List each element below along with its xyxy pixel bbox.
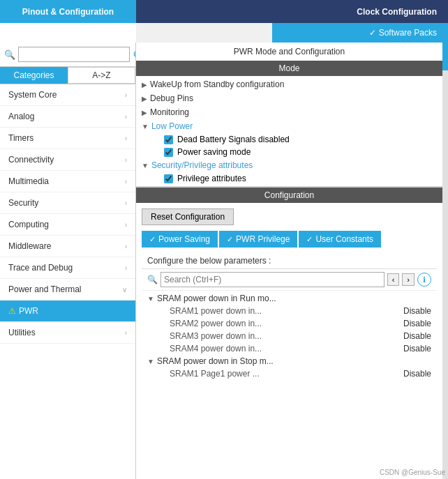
- check-icon: ✓: [306, 235, 313, 244]
- tab-categories[interactable]: Categories: [0, 67, 68, 84]
- arrow-down-icon: ▼: [142, 123, 149, 130]
- param-row-sram1-run: SRAM1 power down in... Disable: [142, 305, 437, 317]
- chevron-right-icon: ›: [125, 113, 127, 121]
- clock-config-label: Clock Configuration: [357, 7, 437, 17]
- arrow-right-icon: ▶: [142, 95, 147, 102]
- tree-item-debug-pins[interactable]: ▶ Debug Pins: [136, 91, 442, 105]
- warning-icon: ⚠: [8, 306, 16, 316]
- param-search-row: 🔍 ‹ › ℹ: [142, 269, 437, 291]
- sidebar-item-computing[interactable]: Computing ›: [0, 214, 135, 236]
- sidebar-search-bar: 🔍 ⚙: [0, 43, 135, 67]
- chevron-right-icon: ›: [125, 221, 127, 229]
- param-search-input[interactable]: [160, 272, 384, 287]
- pwr-mode-title: PWR Mode and Configuration: [136, 43, 442, 61]
- reset-configuration-button[interactable]: Reset Configuration: [142, 208, 234, 225]
- checkbox-dead-battery[interactable]: Dead Battery Signals disabled: [136, 133, 442, 146]
- chevron-right-icon: ›: [125, 243, 127, 250]
- info-button[interactable]: ℹ: [417, 273, 431, 287]
- param-row-sram2-run: SRAM2 power down in... Disable: [142, 317, 437, 330]
- sidebar-item-pwr[interactable]: ⚠ PWR: [0, 301, 135, 322]
- dead-battery-checkbox[interactable]: [164, 135, 173, 144]
- pinout-config-label: Pinout & Configuration: [22, 7, 114, 17]
- scrollbar-thumb[interactable]: [442, 43, 448, 70]
- search-input[interactable]: [18, 47, 130, 62]
- sidebar-item-utilities[interactable]: Utilities ›: [0, 322, 135, 344]
- sidebar-item-connectivity[interactable]: Connectivity ›: [0, 149, 135, 171]
- sidebar: 🔍 ⚙ Categories A->Z System Core › Analog…: [0, 43, 136, 479]
- configuration-section: Configuration Reset Configuration ✓ Powe…: [136, 186, 442, 387]
- param-group-sram-stop[interactable]: ▼ SRAM power down in Stop m...: [142, 355, 437, 367]
- param-row-sram4-run: SRAM4 power down in... Disable: [142, 342, 437, 355]
- tree-item-wakeup[interactable]: ▶ WakeUp from Standby configuration: [136, 77, 442, 91]
- chevron-down-icon: ∨: [122, 286, 127, 294]
- clock-config-tab[interactable]: Clock Configuration: [136, 0, 448, 23]
- search-icon: 🔍: [4, 50, 15, 60]
- mode-tree: ▶ WakeUp from Standby configuration ▶ De…: [136, 76, 442, 186]
- privilege-attrs-checkbox[interactable]: [164, 174, 173, 183]
- checkbox-privilege-attrs[interactable]: Privilege attributes: [136, 172, 442, 185]
- sidebar-item-trace-debug[interactable]: Trace and Debug ›: [0, 257, 135, 279]
- chevron-right-icon: ›: [125, 264, 127, 272]
- sidebar-item-system-core[interactable]: System Core ›: [0, 84, 135, 106]
- sidebar-item-power-thermal[interactable]: Power and Thermal ∨: [0, 279, 135, 301]
- param-row-sram3-run: SRAM3 power down in... Disable: [142, 330, 437, 342]
- software-packs-bar[interactable]: ✓ Software Packs: [272, 23, 448, 43]
- config-tabs-bar: ✓ Power Saving ✓ PWR Privilege ✓ User Co…: [142, 231, 437, 248]
- param-group-sram-run[interactable]: ▼ SRAM power down in Run mo...: [142, 292, 437, 305]
- watermark: CSDN @Genius-Sue: [380, 469, 445, 476]
- scrollbar-track[interactable]: [442, 43, 448, 479]
- chevron-right-icon: ›: [125, 91, 127, 99]
- sidebar-item-middleware[interactable]: Middleware ›: [0, 236, 135, 257]
- config-section-header: Configuration: [136, 188, 442, 203]
- param-groups-tree: ▼ SRAM power down in Run mo... SRAM1 pow…: [142, 291, 437, 381]
- check-icon: ✓: [149, 235, 156, 244]
- pinout-config-tab[interactable]: Pinout & Configuration: [0, 0, 136, 23]
- chevron-right-icon: ›: [125, 178, 127, 185]
- arrow-right-icon: ▶: [142, 109, 147, 116]
- sidebar-item-analog[interactable]: Analog ›: [0, 106, 135, 128]
- param-nav-next-button[interactable]: ›: [402, 273, 415, 286]
- sidebar-item-security[interactable]: Security ›: [0, 192, 135, 214]
- tree-item-security-privilege[interactable]: ▼ Security/Privilege attributes: [136, 158, 442, 172]
- check-icon: ✓: [227, 235, 233, 244]
- sidebar-item-timers[interactable]: Timers ›: [0, 128, 135, 149]
- chevron-right-icon: ›: [125, 135, 127, 142]
- main-layout: 🔍 ⚙ Categories A->Z System Core › Analog…: [0, 43, 448, 479]
- search-icon: 🔍: [147, 275, 158, 284]
- software-packs-label: ✓ Software Packs: [369, 28, 437, 38]
- chevron-right-icon: ›: [125, 199, 127, 207]
- tab-pwr-privilege[interactable]: ✓ PWR Privilege: [219, 231, 297, 248]
- sidebar-item-multimedia[interactable]: Multimedia ›: [0, 171, 135, 192]
- params-label: Configure the below parameters :: [142, 253, 437, 269]
- tree-item-low-power[interactable]: ▼ Low Power: [136, 119, 442, 133]
- arrow-down-icon: ▼: [147, 358, 154, 365]
- power-saving-mode-checkbox[interactable]: [164, 148, 173, 157]
- arrow-down-icon: ▼: [142, 162, 149, 169]
- param-nav-prev-button[interactable]: ‹: [387, 273, 400, 286]
- checkbox-power-saving-mode[interactable]: Power saving mode: [136, 146, 442, 158]
- chevron-right-icon: ›: [125, 156, 127, 164]
- arrow-right-icon: ▶: [142, 81, 147, 89]
- content-area: PWR Mode and Configuration Mode ▶ WakeUp…: [136, 43, 442, 479]
- param-row-sram1-stop: SRAM1 Page1 power ... Disable: [142, 367, 437, 380]
- tab-user-constants[interactable]: ✓ User Constants: [299, 231, 381, 248]
- mode-section-header: Mode: [136, 61, 442, 76]
- tab-power-saving[interactable]: ✓ Power Saving: [142, 231, 218, 248]
- app-header: Pinout & Configuration Clock Configurati…: [0, 0, 448, 23]
- tree-item-monitoring[interactable]: ▶ Monitoring: [136, 105, 442, 119]
- sidebar-items-list: System Core › Analog › Timers › Connecti…: [0, 84, 135, 479]
- chevron-right-icon: ›: [125, 329, 127, 337]
- sidebar-tab-bar: Categories A->Z: [0, 67, 135, 84]
- tab-az[interactable]: A->Z: [68, 67, 135, 84]
- arrow-down-icon: ▼: [147, 295, 154, 303]
